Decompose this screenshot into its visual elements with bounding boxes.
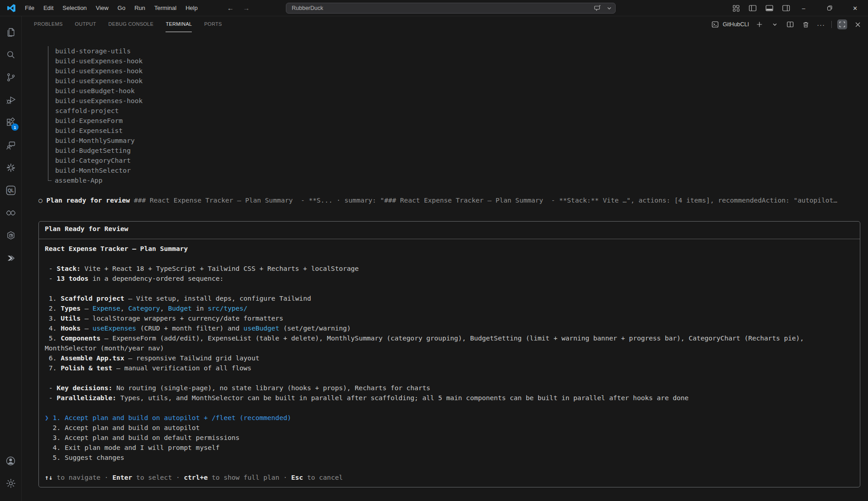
panel-actions: GitHubCLI ··· [710, 17, 863, 32]
split-terminal-icon[interactable] [785, 19, 795, 29]
search-icon[interactable] [0, 43, 21, 66]
menu-run[interactable]: Run [130, 3, 149, 13]
plan-box-line [45, 403, 854, 413]
settings-gear-icon[interactable] [0, 472, 21, 495]
plan-option[interactable]: 2. Accept plan and build on autopilot [45, 423, 854, 433]
explorer-icon[interactable] [0, 21, 21, 43]
chevron-down-icon[interactable] [607, 6, 612, 10]
tab-terminal[interactable]: TERMINAL [166, 16, 192, 32]
plan-box-line: ↑↓ to navigate · Enter to select · ctrl+… [45, 473, 854, 482]
plan-box-line: - 13 todos in a dependency-ordered seque… [45, 274, 854, 284]
menu-selection[interactable]: Selection [58, 3, 90, 13]
plan-box-line: 1. Scaffold project — Vite setup, instal… [45, 293, 854, 303]
chat-icon[interactable] [0, 134, 21, 156]
todo-list: build-storage-utilsbuild-useExpenses-hoo… [38, 46, 868, 185]
plan-box: Plan Ready for ReviewReact Expense Track… [38, 221, 860, 487]
toggle-primary-sidebar-icon[interactable] [748, 3, 758, 13]
menu-help[interactable]: Help [181, 3, 202, 13]
plan-option[interactable]: 5. Suggest changes [45, 453, 854, 463]
activity-bar: 1 QL [0, 16, 22, 501]
maximize-panel-icon[interactable] [837, 19, 847, 29]
plan-box-line: 5. Components — ExpenseForm (add/edit), … [45, 333, 854, 343]
account-icon[interactable] [0, 449, 21, 472]
minimize-button[interactable]: – [791, 0, 816, 16]
customize-layout-icon[interactable] [731, 3, 741, 13]
source-control-icon[interactable] [0, 66, 21, 89]
close-panel-icon[interactable] [853, 19, 863, 29]
tab-problems[interactable]: PROBLEMS [34, 16, 63, 32]
loop-icon[interactable] [0, 202, 21, 224]
todo-item: build-useExpenses-hook [48, 56, 868, 66]
copilot-chat-icon[interactable] [593, 3, 602, 13]
package-icon[interactable] [0, 224, 21, 247]
command-center-value: RubberDuck [292, 5, 593, 11]
nav-back-icon[interactable]: ← [227, 4, 234, 12]
plan-box-line: 2. Types — Expense, Category, Budget in … [45, 303, 854, 313]
plan-box-line: - Parallelizable: Types, utils, and Mont… [45, 393, 854, 403]
terminal-content[interactable]: build-storage-utilsbuild-useExpenses-hoo… [22, 32, 868, 501]
terminal-icon [710, 19, 720, 29]
pointer-arrow-icon[interactable] [0, 247, 21, 269]
menu-edit[interactable]: Edit [39, 3, 57, 13]
plan-box-line [45, 284, 854, 293]
terminal-name: GitHubCLI [723, 21, 749, 28]
panel-actions-divider [831, 21, 832, 28]
nav-forward-icon[interactable]: → [243, 4, 250, 12]
plan-option[interactable]: 4. Exit plan mode and I will prompt myse… [45, 443, 854, 453]
plan-box-line: Plan Ready for Review [45, 224, 854, 234]
todo-item: build-ExpenseForm [48, 116, 868, 126]
terminal-dropdown-chevron-icon[interactable] [770, 19, 780, 29]
tab-debug-console[interactable]: DEBUG CONSOLE [109, 16, 154, 32]
menu-terminal[interactable]: Terminal [150, 3, 180, 13]
plan-box-line [45, 373, 854, 383]
more-actions-icon[interactable]: ··· [816, 19, 826, 29]
todo-item: build-ExpenseList [48, 126, 868, 136]
todo-item: build-CategoryChart [48, 156, 868, 165]
new-terminal-icon[interactable] [754, 19, 764, 29]
todo-item: build-MonthSelector [48, 165, 868, 175]
todo-item: build-storage-utils [48, 46, 868, 56]
todo-item: build-useBudget-hook [48, 86, 868, 96]
run-debug-icon[interactable] [0, 89, 21, 111]
todo-item: build-useExpenses-hook [48, 76, 868, 86]
vscode-logo-icon [6, 3, 16, 13]
menu-bar: FileEditSelectionViewGoRunTerminalHelp [21, 3, 202, 13]
plan-box-line [45, 463, 854, 473]
todo-item: build-MonthlySummary [48, 136, 868, 146]
todo-item: build-BudgetSetting [48, 146, 868, 156]
plan-box-line: 4. Hooks — useExpenses (CRUD + month fil… [45, 323, 854, 333]
kill-terminal-trash-icon[interactable] [801, 19, 811, 29]
plan-box-line: - Stack: Vite + React 18 + TypeScript + … [45, 264, 854, 274]
tab-ports[interactable]: PORTS [204, 16, 222, 32]
menu-go[interactable]: Go [114, 3, 129, 13]
plan-box-line [45, 254, 854, 264]
plan-box-line: 6. Assemble App.tsx — responsive Tailwin… [45, 353, 854, 363]
todo-item: assemble-App [48, 175, 868, 185]
tab-output[interactable]: OUTPUT [75, 16, 96, 32]
svg-text:QL: QL [8, 188, 14, 193]
restore-button[interactable] [816, 0, 842, 16]
terminal-instance[interactable]: GitHubCLI [710, 19, 749, 29]
extensions-badge: 1 [11, 123, 19, 131]
extensions-icon[interactable]: 1 [0, 111, 21, 134]
plan-option[interactable]: ❯ 1. Accept plan and build on autopilot … [45, 413, 854, 423]
history-nav: ← → [227, 4, 250, 12]
toggle-panel-icon[interactable] [764, 3, 774, 13]
codeql-icon[interactable]: QL [0, 179, 21, 202]
toggle-secondary-sidebar-icon[interactable] [781, 3, 791, 13]
todo-item: build-useExpenses-hook [48, 66, 868, 76]
plan-box-line: 3. Utils — localStorage wrappers + curre… [45, 313, 854, 323]
plan-summary-line: ○ Plan ready for review ### React Expens… [38, 195, 868, 205]
menu-file[interactable]: File [21, 3, 38, 13]
plan-box-line: MonthSelector (month/year nav) [45, 343, 854, 353]
plan-box-divider [39, 234, 860, 244]
close-window-button[interactable]: ✕ [842, 0, 868, 16]
plan-box-line: 7. Polish & test — manual verification o… [45, 363, 854, 373]
command-center-search[interactable]: RubberDuck [286, 3, 616, 14]
plan-box-line: React Expense Tracker — Plan Summary [45, 244, 854, 254]
spark-icon[interactable] [0, 156, 21, 179]
window-controls: – ✕ [791, 0, 868, 16]
menu-view[interactable]: View [92, 3, 113, 13]
plan-box-line: - Key decisions: No routing (single-page… [45, 383, 854, 393]
plan-option[interactable]: 3. Accept plan and build on default perm… [45, 433, 854, 443]
